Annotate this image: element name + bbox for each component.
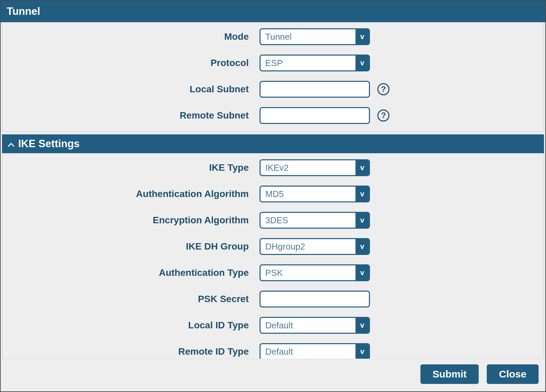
label-protocol: Protocol — [10, 58, 260, 68]
select-protocol[interactable]: ESP v — [260, 55, 370, 71]
row-local-subnet: Local Subnet ? — [10, 81, 536, 98]
ike-section-header[interactable]: IKE Settings — [2, 134, 544, 153]
select-remote-id-type[interactable]: Default v — [260, 343, 370, 359]
chevron-down-icon: v — [355, 29, 369, 44]
input-remote-subnet[interactable] — [260, 107, 370, 124]
select-auth-type[interactable]: PSK v — [260, 264, 370, 281]
ike-section-body: IKE Type IKEv2 v Authentication Algorith… — [2, 153, 544, 359]
modal-body: Mode Tunnel v Protocol ESP v — [1, 22, 545, 359]
select-auth-algo-value: MD5 — [261, 187, 355, 201]
select-local-id-type[interactable]: Default v — [260, 317, 370, 334]
help-icon[interactable]: ? — [377, 83, 389, 95]
select-dh-group-value: DHgroup2 — [261, 239, 355, 254]
row-remote-subnet: Remote Subnet ? — [10, 107, 536, 124]
label-ike-type: IKE Type — [10, 162, 260, 173]
label-psk-secret: PSK Secret — [10, 294, 260, 304]
label-remote-id-type: Remote ID Type — [10, 346, 260, 357]
row-auth-algo: Authentication Algorithm MD5 v — [10, 186, 536, 202]
row-ike-type: IKE Type IKEv2 v — [10, 159, 536, 176]
label-remote-subnet: Remote Subnet — [10, 110, 260, 121]
label-dh-group: IKE DH Group — [10, 241, 260, 252]
chevron-down-icon: v — [355, 265, 369, 280]
label-local-subnet: Local Subnet — [10, 84, 260, 95]
select-auth-type-value: PSK — [261, 265, 355, 280]
close-button[interactable]: Close — [487, 364, 539, 384]
label-mode: Mode — [10, 31, 260, 42]
row-psk-secret: PSK Secret — [10, 291, 536, 307]
select-protocol-value: ESP — [261, 56, 355, 70]
chevron-up-icon — [7, 138, 15, 150]
row-enc-algo: Encryption Algorithm 3DES v — [10, 212, 536, 229]
row-remote-id-type: Remote ID Type Default v — [10, 343, 536, 359]
modal-title: Tunnel — [1, 1, 545, 22]
input-local-subnet[interactable] — [260, 81, 370, 98]
tunnel-modal: Tunnel Mode Tunnel v Protocol ESP v — [0, 0, 546, 392]
ike-section-title: IKE Settings — [18, 138, 80, 150]
label-enc-algo: Encryption Algorithm — [10, 215, 260, 226]
row-local-id-type: Local ID Type Default v — [10, 317, 536, 334]
select-enc-algo[interactable]: 3DES v — [260, 212, 370, 229]
submit-button[interactable]: Submit — [420, 364, 479, 384]
chevron-down-icon: v — [355, 318, 369, 333]
label-local-id-type: Local ID Type — [10, 320, 260, 331]
chevron-down-icon: v — [355, 213, 369, 228]
chevron-down-icon: v — [355, 187, 369, 201]
input-psk-secret[interactable] — [260, 291, 370, 307]
modal-footer: Submit Close — [1, 359, 545, 391]
label-auth-algo: Authentication Algorithm — [10, 189, 260, 199]
select-auth-algo[interactable]: MD5 v — [260, 186, 370, 202]
select-dh-group[interactable]: DHgroup2 v — [260, 238, 370, 255]
chevron-down-icon: v — [355, 239, 369, 254]
select-mode[interactable]: Tunnel v — [260, 28, 370, 45]
row-auth-type: Authentication Type PSK v — [10, 264, 536, 281]
select-ike-type-value: IKEv2 — [261, 160, 355, 175]
select-remote-id-type-value: Default — [261, 344, 355, 359]
chevron-down-icon: v — [355, 56, 369, 70]
help-icon[interactable]: ? — [377, 109, 389, 122]
select-enc-algo-value: 3DES — [261, 213, 355, 228]
tunnel-section-body: Mode Tunnel v Protocol ESP v — [2, 22, 544, 132]
row-mode: Mode Tunnel v — [10, 28, 536, 45]
select-ike-type[interactable]: IKEv2 v — [260, 159, 370, 176]
row-dh-group: IKE DH Group DHgroup2 v — [10, 238, 536, 255]
label-auth-type: Authentication Type — [10, 267, 260, 278]
row-protocol: Protocol ESP v — [10, 55, 536, 71]
select-mode-value: Tunnel — [261, 29, 355, 44]
chevron-down-icon: v — [355, 344, 369, 359]
chevron-down-icon: v — [355, 160, 369, 175]
select-local-id-type-value: Default — [261, 318, 355, 333]
